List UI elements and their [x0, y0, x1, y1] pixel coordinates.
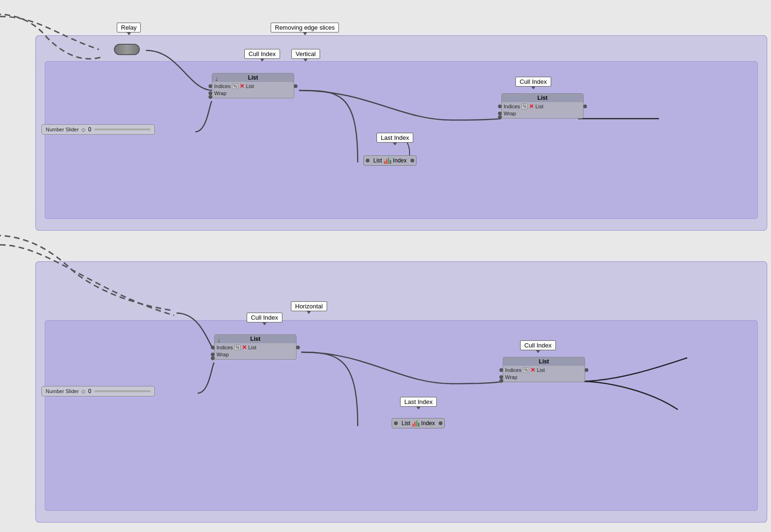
list-node-2-body: Indices ½ ✕ List Wrap	[502, 102, 583, 118]
port-list-item-1-left	[366, 159, 369, 162]
list-node-4[interactable]: List Indices ½ ✕ List Wrap	[503, 357, 585, 382]
list-node-1[interactable]: List ↓ Indices ½ ✕ List Wrap	[212, 73, 294, 98]
list-node-1-row-indices: Indices ½ ✕ List	[214, 83, 292, 89]
list-node-3[interactable]: List ↓ Indices ½ ✕ List Wrap	[214, 334, 297, 360]
bar-chart-icon-1	[384, 157, 391, 164]
last-index-label-2: Last Index	[400, 397, 437, 407]
port-list-item-2-right	[439, 421, 442, 425]
port-left-2b	[498, 112, 502, 115]
list-item-node-2[interactable]: List Index	[392, 418, 445, 428]
port-left-1a	[209, 84, 212, 88]
slider-track-2[interactable]	[94, 390, 151, 392]
port-left-4a	[499, 368, 503, 372]
list-node-2-header: List	[502, 94, 583, 102]
cull-index-label-3: Cull Index	[247, 313, 282, 322]
list-node-3-row-wrap: Wrap	[217, 352, 294, 357]
port-right-4	[585, 368, 588, 372]
bar-chart-icon-2	[412, 420, 419, 427]
canvas: Relay Removing edge slices Cull Index Ve…	[0, 0, 771, 532]
list-node-3-row-indices: Indices ½ ✕ List	[217, 344, 294, 351]
relay-node-top[interactable]	[114, 44, 140, 55]
cull-index-label-2: Cull Index	[515, 77, 551, 87]
port-right-2	[583, 105, 587, 108]
slider-track-1[interactable]	[94, 129, 151, 130]
port-right-1	[294, 84, 297, 88]
inner-group-bottom	[45, 320, 758, 511]
port-left-4c	[499, 379, 503, 383]
port-list-item-1-right	[410, 159, 414, 162]
list-node-4-row-wrap: Wrap	[505, 374, 583, 380]
removing-edge-slices-label: Removing edge slices	[271, 23, 339, 32]
number-slider-2[interactable]: Number Slider ◇ 0	[41, 386, 155, 396]
port-left-2c	[498, 115, 502, 119]
list-node-1-body: Indices ½ ✕ List Wrap	[212, 82, 294, 98]
port-left-2a	[498, 105, 502, 108]
list-node-3-body: Indices ½ ✕ List Wrap	[215, 343, 296, 359]
list-node-2-row-wrap: Wrap	[504, 111, 581, 116]
port-left-3a	[211, 346, 215, 349]
list-node-4-row-indices: Indices ½ ✕ List	[505, 367, 583, 373]
list-node-1-row-wrap: Wrap	[214, 90, 292, 96]
port-left-3c	[211, 356, 215, 360]
port-left-3b	[211, 353, 215, 356]
relay-label: Relay	[117, 23, 141, 32]
list-item-node-1[interactable]: List Index	[363, 155, 417, 166]
list-node-2-row-indices: Indices ½ ✕ List	[504, 103, 581, 110]
port-list-item-2-left	[394, 421, 398, 425]
number-slider-1[interactable]: Number Slider ◇ 0	[41, 124, 155, 135]
port-right-3	[296, 346, 300, 349]
port-left-1b	[209, 91, 212, 95]
list-node-4-header: List	[503, 357, 585, 366]
vertical-label: Vertical	[291, 49, 320, 59]
cull-index-label-4: Cull Index	[520, 340, 556, 350]
cull-index-label-1: Cull Index	[244, 49, 280, 59]
horizontal-label: Horizontal	[291, 301, 327, 311]
list-node-1-header: List	[212, 73, 294, 82]
list-node-4-body: Indices ½ ✕ List Wrap	[503, 366, 585, 382]
list-node-2[interactable]: List Indices ½ ✕ List Wrap	[501, 93, 584, 119]
last-index-label-1: Last Index	[377, 133, 413, 143]
list-node-3-header: List	[215, 335, 296, 343]
port-left-1c	[209, 95, 212, 99]
port-left-4b	[499, 375, 503, 379]
